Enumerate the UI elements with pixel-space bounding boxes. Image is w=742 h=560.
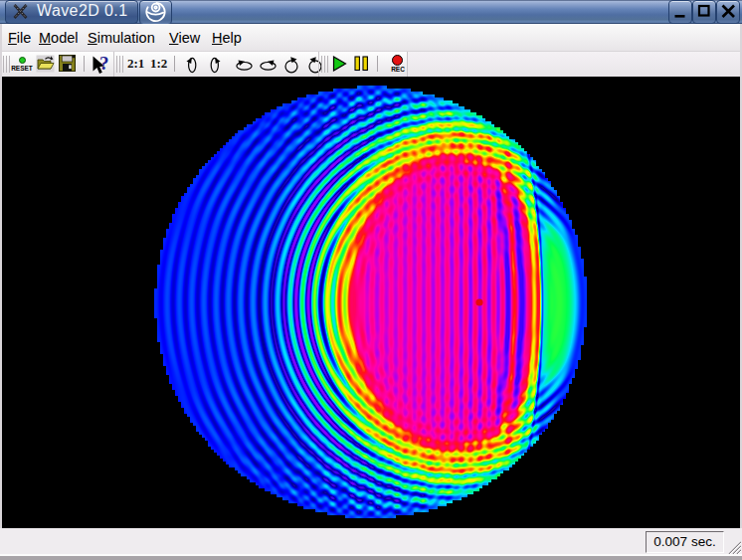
svg-text:?: ?: [99, 54, 109, 74]
